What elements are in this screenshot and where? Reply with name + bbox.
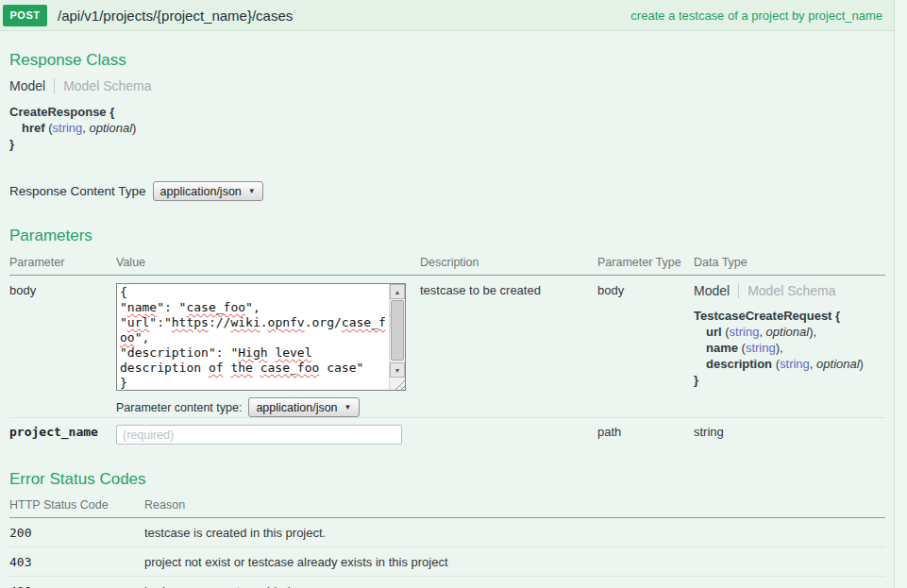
request-model-signature: TestcaseCreateRequest {url (string, opti… — [694, 308, 885, 388]
scrollbar-thumb[interactable] — [391, 300, 404, 361]
parameter-content-type-select[interactable]: application/json ▼ — [248, 397, 359, 417]
col-reason: Reason — [144, 491, 885, 518]
scroll-up-icon[interactable]: ▲ — [390, 284, 405, 299]
chevron-down-icon: ▼ — [248, 187, 256, 195]
body-json-text[interactable]: { "name": "case_foo", "url":"https://wik… — [120, 285, 388, 391]
col-value: Value — [116, 248, 420, 276]
param-description — [420, 418, 597, 455]
project-name-input[interactable] — [116, 425, 402, 445]
param-type-path: path — [597, 418, 694, 455]
body-value-textarea[interactable]: { "name": "case_foo", "url":"https://wik… — [116, 283, 406, 391]
param-name-project-name: project_name — [9, 425, 98, 439]
table-row-status-200: 200 testcase is created in this project. — [9, 518, 885, 547]
endpoint-path[interactable]: /api/v1/projects/{project_name}/cases — [58, 8, 293, 24]
tab-model[interactable]: Model — [9, 78, 45, 93]
status-reason: testcase is created in this project. — [144, 518, 885, 547]
param-data-type: string — [694, 418, 885, 455]
textarea-scrollbar[interactable]: ▲ ▼ — [389, 284, 405, 390]
table-row-status-400: 400 body or name not provided — [9, 577, 885, 588]
tab-model-schema[interactable]: Model Schema — [747, 283, 835, 298]
parameters-title: Parameters — [9, 227, 884, 245]
error-status-codes-title: Error Status Codes — [9, 470, 884, 489]
status-code: 400 — [9, 584, 31, 588]
table-row-projectname-param: project_name path string — [9, 418, 885, 455]
status-code: 200 — [9, 526, 31, 540]
scroll-down-icon[interactable]: ▼ — [390, 362, 405, 378]
col-http-status-code: HTTP Status Code — [9, 491, 144, 518]
parameter-content-type-label: Parameter content type: — [116, 401, 242, 414]
response-content-type-row: Response Content Type application/json ▼ — [9, 181, 884, 201]
table-row-status-403: 403 project not exist or testcase alread… — [9, 547, 885, 577]
col-parameter: Parameter — [9, 248, 116, 276]
chevron-down-icon: ▼ — [344, 403, 352, 412]
response-class-tabs: Model Model Schema — [9, 78, 884, 93]
tab-divider — [54, 78, 55, 93]
table-row-body-param: body { "name": "case_foo", "url":"https:… — [9, 276, 885, 418]
request-model-tabs: Model Model Schema — [694, 283, 885, 298]
tab-model[interactable]: Model — [694, 283, 730, 298]
param-type-body: body — [597, 276, 694, 418]
error-codes-table: HTTP Status Code Reason 200 testcase is … — [9, 491, 885, 588]
parameter-content-type-value: application/json — [256, 401, 337, 414]
operation-panel: POST /api/v1/projects/{project_name}/cas… — [0, 0, 895, 588]
param-description: testcase to be created — [420, 276, 597, 418]
operation-heading[interactable]: POST /api/v1/projects/{project_name}/cas… — [0, 0, 894, 31]
col-description: Description — [420, 248, 597, 276]
operation-summary-link[interactable]: create a testcase of a project by projec… — [630, 8, 882, 23]
operation-content: Response Class Model Model Schema Create… — [0, 31, 894, 588]
status-code: 403 — [9, 555, 31, 569]
col-parameter-type: Parameter Type — [597, 248, 694, 276]
response-content-type-value: application/json — [160, 185, 242, 198]
response-content-type-label: Response Content Type — [9, 184, 146, 198]
response-class-title: Response Class — [9, 31, 884, 70]
response-content-type-select[interactable]: application/json ▼ — [153, 181, 263, 201]
tab-model-schema[interactable]: Model Schema — [63, 78, 151, 93]
status-reason: body or name not provided — [144, 577, 885, 588]
parameter-content-type-row: Parameter content type: application/json… — [116, 397, 420, 417]
parameters-table: Parameter Value Description Parameter Ty… — [9, 248, 885, 454]
http-method-badge[interactable]: POST — [3, 5, 47, 26]
param-name-body: body — [9, 276, 116, 418]
col-data-type: Data Type — [694, 248, 885, 276]
response-model-signature: CreateResponse {href (string, optional)} — [9, 104, 884, 152]
tab-divider — [738, 283, 739, 298]
status-reason: project not exist or testcase already ex… — [144, 547, 885, 577]
